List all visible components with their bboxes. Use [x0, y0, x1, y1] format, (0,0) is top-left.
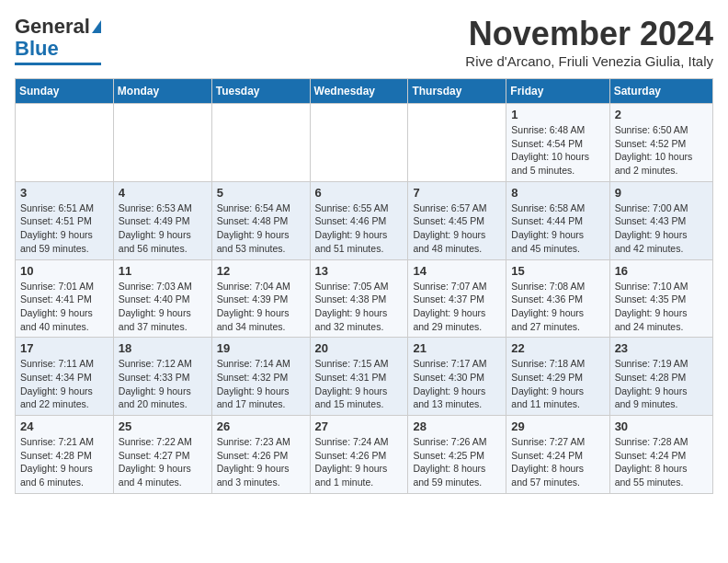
day-info: Sunrise: 7:21 AM Sunset: 4:28 PM Dayligh… [20, 435, 108, 489]
calendar-cell: 27Sunrise: 7:24 AM Sunset: 4:26 PM Dayli… [310, 416, 408, 494]
day-number: 16 [615, 264, 708, 278]
calendar-cell: 9Sunrise: 7:00 AM Sunset: 4:43 PM Daylig… [609, 181, 712, 259]
day-number: 8 [511, 186, 604, 200]
calendar-cell: 24Sunrise: 7:21 AM Sunset: 4:28 PM Dayli… [16, 416, 114, 494]
weekday-header-row: SundayMondayTuesdayWednesdayThursdayFrid… [16, 79, 713, 104]
calendar-cell: 10Sunrise: 7:01 AM Sunset: 4:41 PM Dayli… [16, 259, 114, 338]
weekday-header-friday: Friday [506, 79, 609, 104]
day-number: 26 [217, 419, 305, 433]
week-row-5: 24Sunrise: 7:21 AM Sunset: 4:28 PM Dayli… [16, 416, 713, 494]
logo-general: General [15, 15, 90, 39]
week-row-4: 17Sunrise: 7:11 AM Sunset: 4:34 PM Dayli… [16, 338, 713, 416]
calendar-cell: 8Sunrise: 6:58 AM Sunset: 4:44 PM Daylig… [506, 181, 609, 259]
day-info: Sunrise: 7:17 AM Sunset: 4:30 PM Dayligh… [413, 357, 501, 411]
calendar-cell: 3Sunrise: 6:51 AM Sunset: 4:51 PM Daylig… [16, 181, 114, 259]
calendar-cell: 22Sunrise: 7:18 AM Sunset: 4:29 PM Dayli… [506, 338, 609, 416]
weekday-header-wednesday: Wednesday [310, 79, 408, 104]
day-info: Sunrise: 6:58 AM Sunset: 4:44 PM Dayligh… [511, 201, 604, 256]
day-info: Sunrise: 6:55 AM Sunset: 4:46 PM Dayligh… [315, 201, 404, 256]
calendar-cell: 15Sunrise: 7:08 AM Sunset: 4:36 PM Dayli… [506, 259, 609, 338]
day-number: 20 [315, 341, 404, 355]
month-title: November 2024 [465, 15, 713, 53]
day-info: Sunrise: 7:01 AM Sunset: 4:41 PM Dayligh… [20, 280, 108, 334]
day-info: Sunrise: 6:57 AM Sunset: 4:45 PM Dayligh… [413, 201, 501, 256]
day-info: Sunrise: 7:11 AM Sunset: 4:34 PM Dayligh… [20, 357, 108, 411]
calendar-cell: 25Sunrise: 7:22 AM Sunset: 4:27 PM Dayli… [113, 416, 211, 494]
day-number: 11 [119, 264, 207, 278]
calendar-cell: 1Sunrise: 6:48 AM Sunset: 4:54 PM Daylig… [506, 104, 609, 182]
page-header: General Blue November 2024 Rive d'Arcano… [15, 15, 713, 69]
day-number: 30 [615, 419, 708, 433]
day-info: Sunrise: 7:03 AM Sunset: 4:40 PM Dayligh… [119, 280, 207, 334]
weekday-header-tuesday: Tuesday [211, 79, 310, 104]
day-number: 6 [315, 186, 404, 200]
location-title: Rive d'Arcano, Friuli Venezia Giulia, It… [465, 53, 713, 69]
calendar-cell: 20Sunrise: 7:15 AM Sunset: 4:31 PM Dayli… [310, 338, 408, 416]
day-info: Sunrise: 7:07 AM Sunset: 4:37 PM Dayligh… [413, 280, 501, 334]
day-info: Sunrise: 7:05 AM Sunset: 4:38 PM Dayligh… [315, 280, 404, 334]
logo: General Blue [15, 15, 101, 65]
weekday-header-sunday: Sunday [16, 79, 114, 104]
calendar-cell: 28Sunrise: 7:26 AM Sunset: 4:25 PM Dayli… [408, 416, 506, 494]
day-number: 19 [217, 341, 305, 355]
calendar-cell: 5Sunrise: 6:54 AM Sunset: 4:48 PM Daylig… [211, 181, 310, 259]
calendar-cell: 29Sunrise: 7:27 AM Sunset: 4:24 PM Dayli… [506, 416, 609, 494]
day-number: 5 [217, 186, 305, 200]
calendar-cell: 16Sunrise: 7:10 AM Sunset: 4:35 PM Dayli… [609, 259, 712, 338]
calendar-cell: 12Sunrise: 7:04 AM Sunset: 4:39 PM Dayli… [211, 259, 310, 338]
day-number: 23 [615, 341, 708, 355]
day-info: Sunrise: 7:00 AM Sunset: 4:43 PM Dayligh… [615, 201, 708, 256]
day-number: 2 [615, 108, 708, 121]
calendar-cell [211, 104, 310, 182]
calendar-cell: 11Sunrise: 7:03 AM Sunset: 4:40 PM Dayli… [113, 259, 211, 338]
logo-blue: Blue [15, 37, 59, 61]
day-info: Sunrise: 7:28 AM Sunset: 4:24 PM Dayligh… [615, 435, 708, 489]
calendar-cell: 17Sunrise: 7:11 AM Sunset: 4:34 PM Dayli… [16, 338, 114, 416]
calendar-cell: 18Sunrise: 7:12 AM Sunset: 4:33 PM Dayli… [113, 338, 211, 416]
day-info: Sunrise: 7:04 AM Sunset: 4:39 PM Dayligh… [217, 280, 305, 334]
calendar-cell: 30Sunrise: 7:28 AM Sunset: 4:24 PM Dayli… [609, 416, 712, 494]
title-block: November 2024 Rive d'Arcano, Friuli Vene… [465, 15, 713, 69]
day-info: Sunrise: 6:48 AM Sunset: 4:54 PM Dayligh… [511, 123, 604, 178]
day-number: 12 [217, 264, 305, 278]
day-number: 21 [413, 341, 501, 355]
day-number: 28 [413, 419, 501, 433]
day-number: 7 [413, 186, 501, 200]
weekday-header-thursday: Thursday [408, 79, 506, 104]
calendar-cell: 4Sunrise: 6:53 AM Sunset: 4:49 PM Daylig… [113, 181, 211, 259]
calendar-cell: 6Sunrise: 6:55 AM Sunset: 4:46 PM Daylig… [310, 181, 408, 259]
day-number: 25 [119, 419, 207, 433]
day-info: Sunrise: 6:50 AM Sunset: 4:52 PM Dayligh… [615, 123, 708, 178]
day-number: 3 [20, 186, 108, 200]
day-info: Sunrise: 6:51 AM Sunset: 4:51 PM Dayligh… [20, 201, 108, 256]
day-number: 9 [615, 186, 708, 200]
day-info: Sunrise: 6:53 AM Sunset: 4:49 PM Dayligh… [119, 201, 207, 256]
calendar-cell [113, 104, 211, 182]
calendar-cell: 14Sunrise: 7:07 AM Sunset: 4:37 PM Dayli… [408, 259, 506, 338]
day-number: 18 [119, 341, 207, 355]
day-info: Sunrise: 7:22 AM Sunset: 4:27 PM Dayligh… [119, 435, 207, 489]
day-number: 22 [511, 341, 604, 355]
week-row-2: 3Sunrise: 6:51 AM Sunset: 4:51 PM Daylig… [16, 181, 713, 259]
day-info: Sunrise: 7:18 AM Sunset: 4:29 PM Dayligh… [511, 357, 604, 411]
day-number: 29 [511, 419, 604, 433]
day-info: Sunrise: 7:10 AM Sunset: 4:35 PM Dayligh… [615, 280, 708, 334]
calendar-cell: 13Sunrise: 7:05 AM Sunset: 4:38 PM Dayli… [310, 259, 408, 338]
day-number: 17 [20, 341, 108, 355]
calendar-cell: 7Sunrise: 6:57 AM Sunset: 4:45 PM Daylig… [408, 181, 506, 259]
day-number: 24 [20, 419, 108, 433]
calendar-cell: 21Sunrise: 7:17 AM Sunset: 4:30 PM Dayli… [408, 338, 506, 416]
day-info: Sunrise: 7:12 AM Sunset: 4:33 PM Dayligh… [119, 357, 207, 411]
day-number: 13 [315, 264, 404, 278]
calendar-cell [408, 104, 506, 182]
day-number: 1 [511, 108, 604, 121]
calendar-cell: 26Sunrise: 7:23 AM Sunset: 4:26 PM Dayli… [211, 416, 310, 494]
calendar-table: SundayMondayTuesdayWednesdayThursdayFrid… [15, 78, 713, 494]
day-info: Sunrise: 6:54 AM Sunset: 4:48 PM Dayligh… [217, 201, 305, 256]
day-number: 4 [119, 186, 207, 200]
day-number: 15 [511, 264, 604, 278]
day-info: Sunrise: 7:23 AM Sunset: 4:26 PM Dayligh… [217, 435, 305, 489]
day-number: 10 [20, 264, 108, 278]
calendar-cell [16, 104, 114, 182]
calendar-cell: 2Sunrise: 6:50 AM Sunset: 4:52 PM Daylig… [609, 104, 712, 182]
